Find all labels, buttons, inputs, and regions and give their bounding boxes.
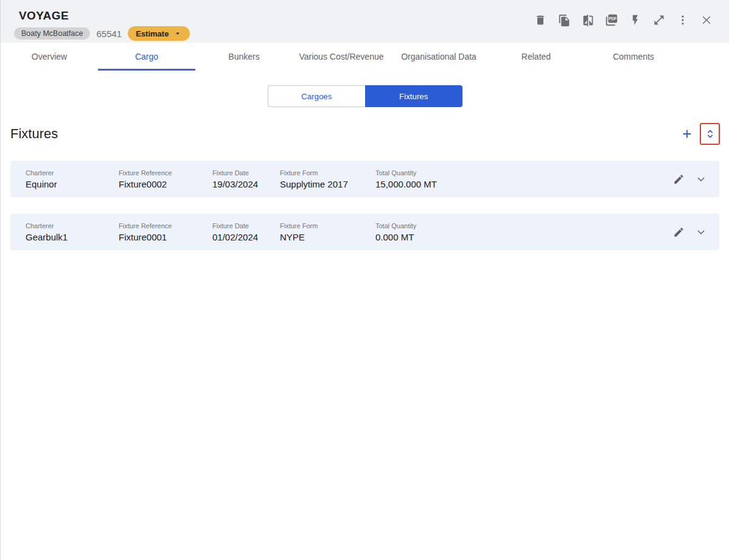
fixture-reference-cell: Fixture Reference Fixture0001 [119, 222, 212, 242]
fullscreen-button[interactable] [652, 13, 666, 27]
tab-comments[interactable]: Comments [585, 43, 682, 71]
compare-icon [582, 14, 595, 27]
pencil-icon [673, 173, 685, 185]
tab-label: Bunkers [228, 52, 259, 61]
fixture-form-label: Fixture Form [280, 169, 375, 177]
tab-bar: Overview Cargo Bunkers Various Cost/Reve… [1, 43, 729, 71]
tab-bunkers[interactable]: Bunkers [195, 43, 293, 71]
view-toggle-wrap: Cargoes Fixtures [1, 85, 729, 107]
fixture-date-cell: Fixture Date 19/03/2024 [212, 169, 280, 189]
toggle-cargoes[interactable]: Cargoes [268, 85, 366, 107]
pencil-icon [673, 226, 685, 238]
fixture-row[interactable]: Charterer Equinor Fixture Reference Fixt… [10, 161, 719, 197]
quick-actions-button[interactable] [629, 13, 642, 27]
fixture-date-cell: Fixture Date 01/02/2024 [212, 222, 280, 242]
fixture-date-label: Fixture Date [212, 222, 280, 229]
expand-row-button[interactable] [694, 172, 708, 186]
sort-fixtures-button[interactable] [700, 123, 720, 145]
toggle-fixtures[interactable]: Fixtures [365, 85, 462, 107]
row-actions [671, 172, 708, 186]
fixture-reference-value: Fixture0002 [119, 179, 212, 189]
view-toggle: Cargoes Fixtures [268, 85, 462, 107]
total-quantity-value: 0.000 MT [375, 232, 671, 242]
flash-icon [629, 14, 641, 26]
fixture-date-value: 01/02/2024 [212, 232, 280, 242]
estimate-dropdown-button[interactable]: Estimate [128, 26, 190, 41]
fixture-reference-value: Fixture0001 [119, 232, 212, 242]
fixtures-section-header: Fixtures [1, 122, 729, 146]
delete-button[interactable] [534, 13, 547, 27]
charterer-label: Charterer [26, 169, 119, 177]
charterer-cell: Charterer Gearbulk1 [26, 222, 119, 242]
edit-fixture-button[interactable] [671, 172, 686, 186]
fixture-form-label: Fixture Form [280, 222, 375, 229]
fixture-form-value: NYPE [280, 232, 375, 242]
header: VOYAGE Boaty McBoatface 65541 Estimate P… [1, 0, 729, 43]
compare-button[interactable] [581, 13, 595, 27]
fixture-date-label: Fixture Date [212, 169, 280, 177]
row-actions [671, 225, 708, 239]
tab-label: Related [521, 52, 551, 61]
chevron-down-icon [695, 226, 707, 238]
chevron-down-icon [695, 173, 707, 185]
fixture-date-value: 19/03/2024 [212, 179, 280, 189]
unfold-sort-icon [705, 128, 716, 140]
tab-label: Organisational Data [401, 52, 476, 61]
header-subrow: Boaty McBoatface 65541 Estimate [14, 26, 190, 41]
expand-row-button[interactable] [694, 225, 708, 239]
fixture-form-cell: Fixture Form NYPE [280, 222, 375, 242]
page-title: VOYAGE [19, 9, 69, 23]
delete-icon [534, 14, 546, 26]
estimate-label: Estimate [136, 29, 169, 38]
fixture-row[interactable]: Charterer Gearbulk1 Fixture Reference Fi… [10, 214, 719, 250]
fixture-form-value: Supplytime 2017 [280, 179, 375, 189]
expand-icon [653, 14, 665, 26]
svg-text:PDF: PDF [609, 16, 616, 21]
tab-various-cost-revenue[interactable]: Various Cost/Revenue [293, 43, 390, 71]
charterer-label: Charterer [26, 222, 119, 229]
total-quantity-value: 15,000.000 MT [375, 179, 671, 189]
fixture-form-cell: Fixture Form Supplytime 2017 [280, 169, 375, 189]
toggle-cargoes-label: Cargoes [301, 92, 332, 101]
tab-organisational-data[interactable]: Organisational Data [390, 43, 487, 71]
duplicate-button[interactable] [557, 13, 571, 27]
tab-label: Cargo [135, 52, 158, 61]
section-actions [680, 123, 720, 145]
tab-label: Overview [32, 52, 67, 61]
voyage-number: 65541 [96, 29, 122, 39]
close-button[interactable] [700, 13, 713, 27]
charterer-value: Gearbulk1 [26, 232, 119, 242]
charterer-value: Equinor [26, 179, 119, 189]
section-title: Fixtures [10, 126, 58, 142]
tab-overview[interactable]: Overview [1, 43, 98, 71]
fixture-reference-label: Fixture Reference [119, 169, 212, 177]
more-options-icon [677, 14, 689, 26]
fixtures-list: Charterer Equinor Fixture Reference Fixt… [1, 161, 729, 250]
tab-label: Comments [613, 52, 654, 61]
caret-down-icon [173, 29, 182, 38]
total-quantity-cell: Total Quantity 0.000 MT [375, 222, 671, 242]
export-pdf-button[interactable]: PDF [605, 13, 618, 27]
edit-fixture-button[interactable] [671, 225, 686, 239]
fixture-reference-cell: Fixture Reference Fixture0002 [119, 169, 212, 189]
total-quantity-label: Total Quantity [375, 169, 671, 177]
header-toolbar: PDF [534, 13, 713, 27]
tab-related[interactable]: Related [487, 43, 585, 71]
tab-cargo[interactable]: Cargo [98, 43, 195, 71]
total-quantity-label: Total Quantity [375, 222, 671, 229]
add-fixture-button[interactable] [680, 127, 694, 141]
close-icon [700, 14, 713, 26]
toggle-fixtures-label: Fixtures [399, 92, 428, 101]
charterer-cell: Charterer Equinor [26, 169, 119, 189]
pdf-icon: PDF [605, 13, 618, 27]
tab-label: Various Cost/Revenue [299, 52, 383, 61]
copy-icon [558, 14, 571, 27]
more-options-button[interactable] [676, 13, 689, 27]
fixture-reference-label: Fixture Reference [119, 222, 212, 229]
vessel-chip: Boaty McBoatface [14, 27, 90, 40]
plus-icon [680, 127, 694, 141]
total-quantity-cell: Total Quantity 15,000.000 MT [375, 169, 671, 189]
